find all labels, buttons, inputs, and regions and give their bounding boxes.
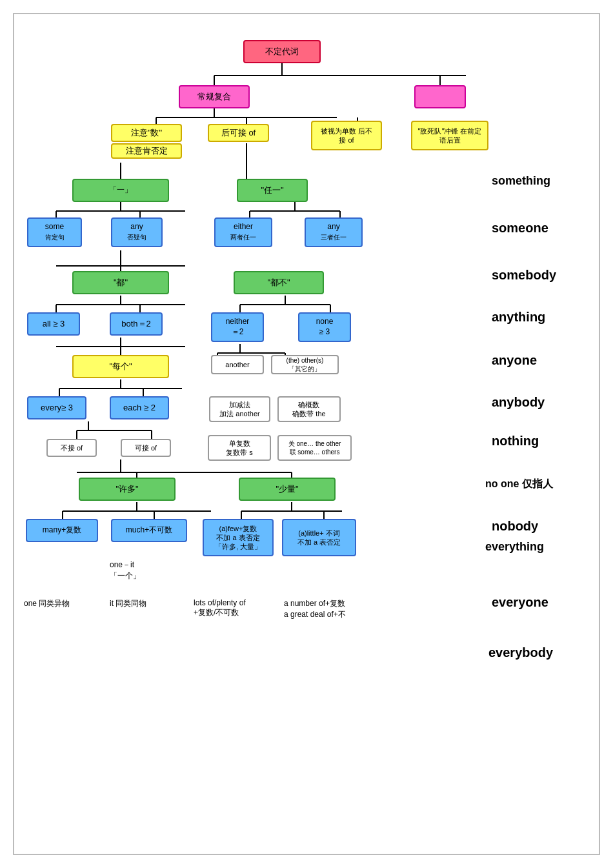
beishi-node: 被视为单数 后不接 of <box>311 121 382 150</box>
many-node: many+复数 <box>26 519 98 542</box>
danfushu-node: 单复数复数带 s <box>208 435 271 461</box>
everybody-label: everybody <box>488 645 553 660</box>
neither-node: neither＝2 <box>211 312 264 342</box>
kejie-node: 可接 of <box>121 439 171 457</box>
oneit-label: one－it「一个」 <box>110 560 141 581</box>
shaoliang-green-node: "少量" <box>239 478 336 501</box>
bujie-node: 不接 of <box>46 439 97 457</box>
noone-label: no one 仅指人 <box>485 478 553 491</box>
any2-node: any三者任一 <box>305 217 363 247</box>
either-node: either两者任一 <box>214 217 272 247</box>
everything-label: everything <box>485 540 544 554</box>
guanxi-node: 关 one… the other联 some… others <box>277 435 352 461</box>
green1-left-node: 「一」 <box>72 179 169 202</box>
disidui-node: "敌死队"冲锋 在前定语后置 <box>411 121 488 150</box>
one-bottom-label: one 同类异物 <box>24 598 70 609</box>
changgui-node: 常规复合 <box>179 85 250 108</box>
nothing-label: nothing <box>492 434 539 449</box>
somebody-label: somebody <box>492 268 556 283</box>
nobody-label: nobody <box>492 519 538 534</box>
meige-yellow-node: "每个" <box>72 355 169 378</box>
something-label: something <box>492 174 550 188</box>
green1-mid-node: "任一" <box>237 179 308 202</box>
anything-label: anything <box>492 310 545 325</box>
much-node: much+不可数 <box>111 519 187 542</box>
alittle-node: (a)little+ 不词不加 a 表否定 <box>282 519 356 556</box>
both-node: both＝2 <box>110 312 163 336</box>
some-node: some肯定句 <box>27 217 82 247</box>
queproblem-node: 确概数确数带 the <box>277 396 341 422</box>
hou-jie-of-node: 后可接 of <box>208 124 269 142</box>
other-node: (the) other(s)「其它的」 <box>271 355 339 374</box>
main-diagram: 不定代词 常规复合 注意"数" 注意肯否定 后可接 of 被视为单数 后不接 o… <box>13 13 600 855</box>
dou-bu-green-node: "都不" <box>234 271 324 294</box>
anyone-label: anyone <box>492 353 537 368</box>
lots-bottom-label: lots of/plenty of+复数/不可数 <box>194 598 246 618</box>
someone-label: someone <box>492 221 548 236</box>
xuduo-green-node: "许多" <box>79 478 176 501</box>
dou-green-node: "都" <box>72 271 169 294</box>
anumber-bottom-label: a number of+复数a great deal of+不 <box>284 598 346 620</box>
zhuyi-fouding-node: 注意肯否定 <box>111 143 182 159</box>
everyone-label: everyone <box>492 595 548 610</box>
green1-left-label: 「一」 <box>109 185 132 196</box>
anybody-label: anybody <box>492 395 545 410</box>
another-node: another <box>211 355 264 374</box>
root-node: 不定代词 <box>243 40 321 63</box>
any-node: any否疑句 <box>111 217 163 247</box>
zhuyi-shu-node: 注意"数" <box>111 124 182 142</box>
jiajian-node: 加减法加法 another <box>209 396 270 422</box>
it-bottom-label: it 同类同物 <box>110 598 146 609</box>
each-node: each ≥ 2 <box>110 396 169 419</box>
none-node: none≥ 3 <box>298 312 351 342</box>
all-node: all ≥ 3 <box>27 312 80 336</box>
every-node: every≥ 3 <box>27 396 86 419</box>
afew-node: (a)few+复数不加 a 表否定「许多, 大量」 <box>203 519 274 556</box>
pink-right-node <box>414 85 466 108</box>
